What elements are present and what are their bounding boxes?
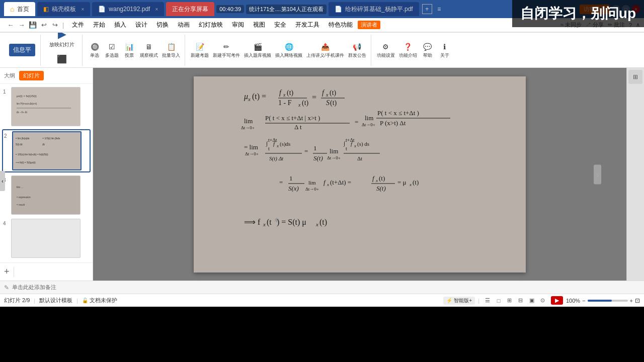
fit-page-btn[interactable]: ⊡ — [635, 297, 640, 304]
smart-icon: ⚡ — [446, 298, 452, 303]
slide-item-1[interactable]: 1 μx(t) = fx(t)/S(t) lim P(t<x≤t+Δt|x>t)… — [2, 86, 91, 127]
view-btn-circle[interactable]: ⊙ — [538, 296, 548, 306]
view-btn-normal[interactable]: □ — [494, 296, 504, 306]
tab-settings-btn[interactable]: ≡ — [434, 4, 444, 14]
add-slide-btn[interactable]: + — [4, 266, 10, 277]
svg-text:Δt: Δt — [42, 143, 45, 146]
ribbon-btn-multi[interactable]: ☑ 多选题 — [104, 40, 120, 60]
view-btn-split[interactable]: ⊟ — [516, 296, 526, 306]
next-slide-btn[interactable]: › — [594, 164, 601, 184]
menu-insert[interactable]: 插入 — [110, 20, 130, 30]
ribbon-btn-home[interactable]: 信息平 — [7, 43, 37, 57]
tab-share[interactable]: 正在分享屏幕 — [166, 2, 214, 16]
slide-thumb-4 — [11, 219, 80, 258]
ribbon-group-tools: 🔘 单选 ☑ 多选题 📊 投票 🖥 观察模式 — [84, 35, 185, 66]
active-tab-badge[interactable]: 演讲者 — [358, 21, 380, 29]
save-btn[interactable]: 💾 — [28, 21, 37, 30]
play-status-btn[interactable]: ▶ — [551, 296, 563, 305]
ribbon-group-slideshow: ▶ 放映幻灯片 ⬛ 当前本次幻灯 — [42, 35, 83, 66]
menu-view[interactable]: 视图 — [249, 20, 269, 30]
ribbon-btn-help[interactable]: 💬 帮助 — [420, 40, 436, 60]
forward-btn[interactable]: → — [17, 21, 26, 30]
ribbon-btn-netvideo[interactable]: 🌐 插入网络视频 — [274, 40, 304, 60]
tab-pdf1-label: wang20192.pdf — [109, 6, 150, 13]
comment-area[interactable]: ✎ 单击此处添加备注 — [0, 281, 644, 294]
ribbon-btn-monitor[interactable]: 🖥 观察模式 — [138, 40, 159, 60]
view-btn-grid[interactable]: ⊞ — [505, 296, 515, 306]
zoom-minus-btn[interactable]: − — [582, 298, 585, 304]
svg-text:(t+Δt) =: (t+Δt) = — [330, 178, 351, 186]
menu-start[interactable]: 开始 — [89, 20, 109, 30]
tab-home[interactable]: ⌂ 首页 — [4, 2, 35, 16]
svg-text:x: x — [326, 92, 329, 98]
undo-btn[interactable]: ↩ — [39, 21, 48, 30]
zoom-slider[interactable] — [588, 300, 628, 302]
view-btn-list[interactable]: ☰ — [482, 296, 493, 306]
back-btn[interactable]: ← — [6, 21, 15, 30]
menu-transition[interactable]: 切换 — [152, 20, 173, 30]
ribbon-btn-current[interactable]: ⬛ 当前本次幻灯 — [45, 51, 79, 68]
sidebar-collapse-btn[interactable]: ‹ — [0, 171, 5, 191]
menu-file[interactable]: 文件 — [68, 20, 88, 30]
ribbon-btn-video[interactable]: 🎬 插入题库视频 — [243, 40, 273, 60]
canvas-area: ‹ › μ x (t) = f x — [93, 68, 626, 281]
slide-item-4[interactable]: 4 — [2, 218, 91, 259]
slide-number-4: 4 — [3, 221, 9, 226]
svg-text:(s) ds: (s) ds — [357, 141, 369, 147]
svg-text:lim: lim — [244, 117, 253, 125]
settings-icon: ⚙ — [380, 41, 391, 52]
protection-info: 🔓 文档未保护 — [82, 297, 117, 304]
tab-pdf1-close[interactable]: × — [155, 7, 158, 12]
view-btn-reader[interactable]: ▣ — [527, 296, 537, 306]
svg-text:(t): (t) — [330, 99, 337, 107]
svg-text:⟹ f: ⟹ f — [244, 218, 261, 226]
monitor-label: 观察模式 — [140, 52, 158, 59]
menu-slideshow[interactable]: 幻灯放映 — [195, 20, 227, 30]
svg-text:Δt→0+ Δt: Δt→0+ Δt — [17, 111, 28, 114]
ribbon-btn-intro[interactable]: ❓ 功能介绍 — [397, 40, 419, 60]
ribbon-btn-vote[interactable]: 📊 投票 — [121, 40, 137, 60]
right-panel-btn-table[interactable]: ⊞ — [628, 70, 642, 84]
menu-design[interactable]: 设计 — [131, 20, 151, 30]
svg-text:x: x — [283, 92, 286, 98]
pdf2-icon: 📄 — [335, 6, 342, 13]
slide-item-3[interactable]: 3 lim ... = expression = result — [2, 174, 91, 216]
menu-security[interactable]: 安全 — [270, 20, 290, 30]
tab-pdf1[interactable]: 📄 wang20192.pdf × — [92, 2, 164, 16]
tab-pdf2[interactable]: 📄 给粉碎算基础_杨静平.pdf — [329, 2, 419, 16]
ribbon-btn-upload[interactable]: 📤 上传讲义/手机课件 — [305, 40, 346, 60]
ribbon-btn-play[interactable]: ▶ 放映幻灯片 — [47, 32, 76, 49]
ribbon-btn-about[interactable]: ℹ 关于 — [437, 40, 453, 60]
home-big-btn[interactable]: 信息平 — [9, 44, 35, 56]
ribbon-btn-announce[interactable]: 📢 群发公告 — [347, 40, 368, 60]
ribbon-btn-newq[interactable]: 📝 新建考题 — [189, 40, 210, 60]
tab-template-close[interactable]: × — [81, 7, 84, 12]
svg-text:P( t < x ≤ t+Δt | x>t ): P( t < x ≤ t+Δt | x>t ) — [265, 114, 320, 122]
status-divider-3: | — [478, 298, 479, 304]
import-icon: 📋 — [166, 41, 177, 52]
netvideo-icon: 🌐 — [283, 41, 294, 52]
tab-template[interactable]: ◧ 稿壳模板 × — [37, 2, 90, 16]
menu-review[interactable]: 审阅 — [228, 20, 248, 30]
zoom-level: 100% — [566, 298, 580, 304]
svg-text:x: x — [327, 182, 329, 187]
single-icon: 🔘 — [89, 41, 100, 52]
sidebar-nav-outline[interactable]: 大纲 — [4, 72, 15, 79]
sidebar-nav-slides[interactable]: 幻灯片 — [19, 71, 44, 80]
svg-text:(t): (t) — [379, 174, 385, 182]
tab-add-btn[interactable]: + — [422, 4, 432, 14]
ribbon-btn-import[interactable]: 📋 批量导入 — [160, 40, 182, 60]
menu-features[interactable]: 特色功能 — [325, 20, 357, 30]
menu-dev[interactable]: 开发工具 — [291, 20, 324, 30]
slide-number-2: 2 — [4, 133, 10, 139]
slide-item-2[interactable]: 2 = lim ∫fx(s)ds S(t)·Δt = 1/S(t) lim ∫f… — [2, 129, 91, 172]
ribbon-btn-settings[interactable]: ⚙ 功能设置 — [375, 40, 396, 60]
redo-btn[interactable]: ↪ — [50, 21, 59, 30]
live-viewers: 统计171全....第104人正在观看 — [246, 5, 327, 14]
menu-animation[interactable]: 动画 — [174, 20, 194, 30]
smart-badge[interactable]: ⚡ 智能版+ — [443, 297, 475, 305]
ribbon-btn-single[interactable]: 🔘 单选 — [87, 40, 103, 60]
ribbon-btn-handwrite[interactable]: ✏ 新建手写考件 — [211, 40, 242, 60]
zoom-plus-btn[interactable]: + — [630, 298, 633, 304]
svg-rect-16 — [234, 79, 486, 270]
